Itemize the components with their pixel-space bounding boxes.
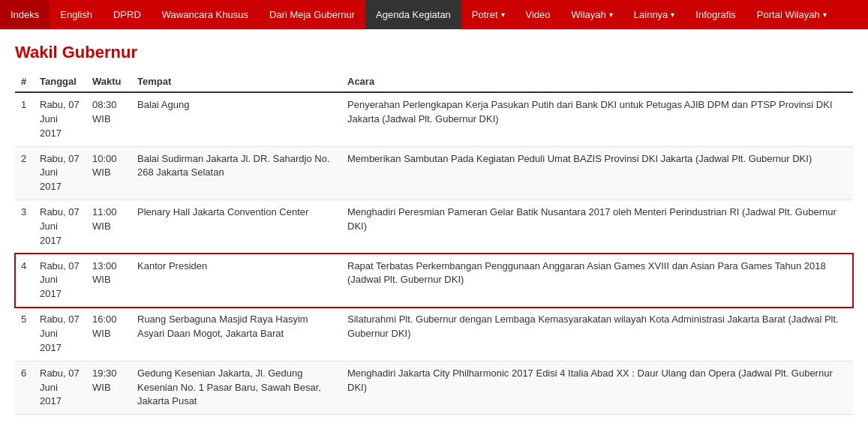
cell-waktu: 19:30WIB — [86, 361, 131, 415]
nav-item-english[interactable]: English — [50, 0, 103, 29]
nav-item-lainnya[interactable]: Lainnya▾ — [623, 0, 686, 29]
cell-tempat: Plenary Hall Jakarta Convention Center — [131, 200, 341, 254]
page-title: Wakil Gubernur — [0, 29, 868, 71]
table-row: 2Rabu, 07Juni201710:00WIBBalai Sudirman … — [15, 146, 853, 200]
nav-item-video[interactable]: Video — [515, 0, 561, 29]
cell-tanggal: Rabu, 07Juni2017 — [34, 92, 86, 146]
table-row: 4Rabu, 07Juni201713:00WIBKantor Presiden… — [15, 254, 853, 308]
cell-waktu: 08:30WIB — [86, 92, 131, 146]
nav-item-agenda-kegiatan[interactable]: Agenda Kegiatan — [365, 0, 461, 29]
nav-item-indeks[interactable]: Indeks — [0, 0, 50, 29]
cell-tempat: Kantor Presiden — [131, 254, 341, 308]
cell-num: 6 — [15, 361, 34, 415]
cell-num: 1 — [15, 92, 34, 146]
cell-num: 5 — [15, 308, 34, 362]
cell-waktu: 10:00WIB — [86, 146, 131, 200]
schedule-table: # Tanggal Waktu Tempat Acara 1Rabu, 07Ju… — [15, 71, 853, 415]
cell-waktu: 11:00WIB — [86, 200, 131, 254]
main-nav: IndeksEnglishDPRDWawancara KhususDari Me… — [0, 0, 868, 29]
table-row: 6Rabu, 07Juni201719:30WIBGedung Kesenian… — [15, 361, 853, 415]
col-header-num: # — [15, 71, 34, 92]
cell-waktu: 13:00WIB — [86, 254, 131, 308]
cell-tanggal: Rabu, 07Juni2017 — [34, 308, 86, 362]
cell-tanggal: Rabu, 07Juni2017 — [34, 361, 86, 415]
nav-item-wilayah[interactable]: Wilayah▾ — [561, 0, 623, 29]
cell-num: 3 — [15, 200, 34, 254]
cell-tempat: Ruang Serbaguna Masjid Raya Hasyim Asyar… — [131, 308, 341, 362]
chevron-down-icon: ▾ — [671, 10, 674, 19]
nav-item-dprd[interactable]: DPRD — [103, 0, 152, 29]
col-header-tanggal: Tanggal — [34, 71, 86, 92]
nav-item-portal-wilayah[interactable]: Portal Wilayah▾ — [746, 0, 837, 29]
table-row: 3Rabu, 07Juni201711:00WIBPlenary Hall Ja… — [15, 200, 853, 254]
cell-acara: Rapat Terbatas Perkembangan Penggunaan A… — [341, 254, 853, 308]
cell-acara: Silaturahmi Plt. Gubernur dengan Lembaga… — [341, 308, 853, 362]
col-header-acara: Acara — [341, 71, 853, 92]
nav-item-potret[interactable]: Potret▾ — [461, 0, 515, 29]
chevron-down-icon: ▾ — [823, 10, 827, 19]
cell-acara: Penyerahan Perlengkapan Kerja Pasukan Pu… — [341, 92, 853, 146]
cell-acara: Memberikan Sambutan Pada Kegiatan Peduli… — [341, 146, 853, 200]
nav-item-wawancara-khusus[interactable]: Wawancara Khusus — [152, 0, 259, 29]
cell-waktu: 16:00WIB — [86, 308, 131, 362]
cell-tanggal: Rabu, 07Juni2017 — [34, 254, 86, 308]
cell-tanggal: Rabu, 07Juni2017 — [34, 146, 86, 200]
cell-tempat: Balai Sudirman Jakarta Jl. DR. Sahardjo … — [131, 146, 341, 200]
table-row: 1Rabu, 07Juni201708:30WIBBalai AgungPeny… — [15, 92, 853, 146]
col-header-tempat: Tempat — [131, 71, 341, 92]
table-header-row: # Tanggal Waktu Tempat Acara — [15, 71, 853, 92]
cell-acara: Menghadiri Peresmian Pameran Gelar Batik… — [341, 200, 853, 254]
cell-tanggal: Rabu, 07Juni2017 — [34, 200, 86, 254]
chevron-down-icon: ▾ — [609, 10, 613, 19]
chevron-down-icon: ▾ — [501, 10, 505, 19]
nav-item-infografis[interactable]: Infografis — [685, 0, 746, 29]
schedule-table-container: # Tanggal Waktu Tempat Acara 1Rabu, 07Ju… — [0, 71, 868, 430]
cell-tempat: Gedung Kesenian Jakarta, Jl. Gedung Kese… — [131, 361, 341, 415]
col-header-waktu: Waktu — [86, 71, 131, 92]
cell-acara: Menghadiri Jakarta City Philharmonic 201… — [341, 361, 853, 415]
cell-num: 4 — [15, 254, 34, 308]
table-row: 5Rabu, 07Juni201716:00WIBRuang Serbaguna… — [15, 308, 853, 362]
nav-item-dari-meja-gubernur[interactable]: Dari Meja Gubernur — [259, 0, 365, 29]
cell-num: 2 — [15, 146, 34, 200]
cell-tempat: Balai Agung — [131, 92, 341, 146]
